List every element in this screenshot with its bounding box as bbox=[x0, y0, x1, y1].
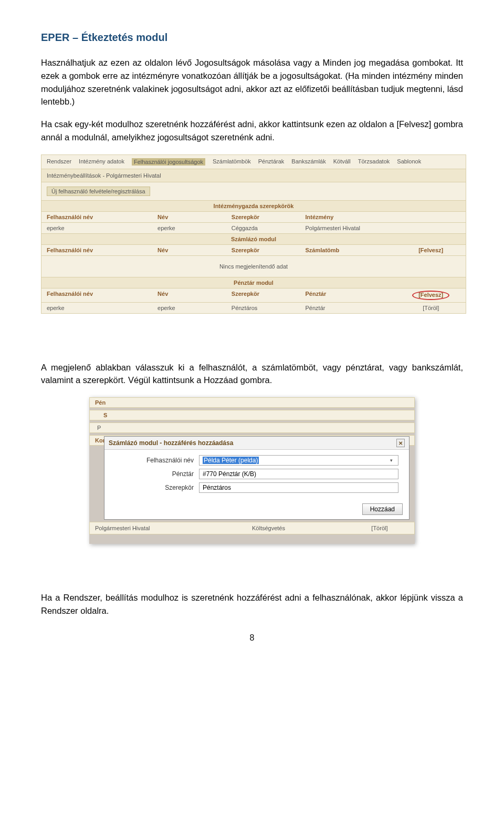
screenshot-permissions: Rendszer Intézmény adatok Felhasználói j… bbox=[41, 154, 466, 314]
page-header: EPER – Étkeztetés modul bbox=[41, 32, 463, 44]
col-user: Felhasználói név bbox=[47, 214, 158, 220]
table-row: eperke eperke Céggazda Polgármesteri Hiv… bbox=[41, 223, 466, 234]
felvesz-link[interactable]: [Felvesz] bbox=[401, 247, 460, 253]
section-penztar-title: Pénztár modul bbox=[41, 277, 466, 288]
col-inst: Intézmény bbox=[306, 214, 402, 220]
table-row: eperke eperke Pénztáros Pénztár [Töröl] bbox=[41, 303, 466, 314]
col-user: Felhasználói név bbox=[47, 247, 158, 253]
cell-user: eperke bbox=[47, 225, 158, 231]
no-data-label: Nincs megjelenítendő adat bbox=[41, 256, 466, 277]
cell-name: eperke bbox=[158, 305, 232, 311]
col-user: Felhasználói név bbox=[47, 291, 158, 300]
cell-user: eperke bbox=[47, 305, 158, 311]
label-penztar: Pénztár bbox=[115, 470, 199, 478]
section-szamlazo-header: Felhasználói név Név Szerepkör Számlatöm… bbox=[41, 245, 466, 256]
chevron-down-icon[interactable]: ▾ bbox=[387, 458, 395, 463]
tab-kotvall[interactable]: Kötváll bbox=[333, 158, 351, 166]
col-name: Név bbox=[158, 214, 232, 220]
role-select[interactable]: Pénztáros bbox=[199, 482, 398, 493]
page-number: 8 bbox=[41, 633, 463, 643]
torol-link[interactable]: [Töröl] bbox=[401, 305, 460, 311]
label-role: Szerepkör bbox=[115, 484, 199, 491]
section-szamlazo-title: Számlázó modul bbox=[41, 234, 466, 245]
dialog-title: Számlázó modul - hozzáférés hozzáadása bbox=[109, 439, 233, 447]
cell-role: Céggazda bbox=[232, 225, 306, 231]
col-role: Szerepkör bbox=[232, 214, 306, 220]
tab-rendszer[interactable]: Rendszer bbox=[47, 158, 71, 166]
user-select[interactable]: Példa Péter (pelda) ▾ bbox=[199, 455, 398, 466]
bg-row: Pén bbox=[89, 397, 415, 408]
paragraph-3: A megjelenő ablakban válasszuk ki a felh… bbox=[41, 361, 463, 387]
paragraph-4: Ha a Rendszer, beállítás modulhoz is sze… bbox=[41, 591, 463, 617]
breadcrumb: Intézménybeállítások - Polgármesteri Hiv… bbox=[41, 169, 466, 182]
cell-inst: Polgármesteri Hivatal bbox=[95, 525, 252, 531]
add-button[interactable]: Hozzáad bbox=[362, 503, 403, 515]
tab-penztarak[interactable]: Pénztárak bbox=[258, 158, 285, 166]
add-access-dialog: Számlázó modul - hozzáférés hozzáadása ✕… bbox=[104, 436, 410, 520]
tabs-bar: Rendszer Intézmény adatok Felhasználói j… bbox=[41, 154, 466, 169]
user-selected: Példa Péter (pelda) bbox=[203, 457, 259, 464]
col-role: Szerepkör bbox=[232, 291, 306, 300]
penztar-select[interactable]: #770 Pénztár (K/B) bbox=[199, 469, 398, 479]
col-tomb: Számlatömb bbox=[306, 247, 402, 253]
label-user: Felhasználói név bbox=[115, 457, 199, 464]
new-user-button[interactable]: Új felhasználó felvétele/regisztrálása bbox=[47, 187, 150, 196]
col-name: Név bbox=[158, 291, 232, 300]
cell-penztar: Pénztár bbox=[306, 305, 402, 311]
tab-torzsadatok[interactable]: Törzsadatok bbox=[358, 158, 390, 166]
bg-row: S bbox=[89, 410, 415, 420]
felvesz-link-circled[interactable]: [Felvesz] bbox=[412, 291, 449, 300]
close-icon[interactable]: ✕ bbox=[396, 439, 405, 447]
tab-szamlatombok[interactable]: Számlatömbök bbox=[213, 158, 251, 166]
penztar-selected: #770 Pénztár (K/B) bbox=[203, 470, 256, 478]
torol-link[interactable]: [Töröl] bbox=[350, 525, 409, 531]
tab-intezmeny[interactable]: Intézmény adatok bbox=[79, 158, 124, 166]
tab-jogosultsagok[interactable]: Felhasználói jogosultságok bbox=[132, 158, 205, 166]
section-penztar-header: Felhasználói név Név Szerepkör Pénztár [… bbox=[41, 288, 466, 303]
cell-name: eperke bbox=[158, 225, 232, 231]
paragraph-2: Ha csak egy-két modulhoz szeretnénk hozz… bbox=[41, 118, 463, 144]
bg-bottom-row: Polgármesteri Hivatal Költségvetés [Törö… bbox=[89, 522, 415, 534]
section-gazda-header: Felhasználói név Név Szerepkör Intézmény bbox=[41, 212, 466, 223]
cell-role: Pénztáros bbox=[232, 305, 306, 311]
bg-row: P bbox=[89, 422, 415, 433]
col-role: Szerepkör bbox=[232, 247, 306, 253]
paragraph-1: Használhatjuk az ezen az oldalon lévő Jo… bbox=[41, 56, 463, 108]
section-gazda-title: Intézménygazda szerepkörök bbox=[41, 201, 466, 212]
screenshot-dialog: Pén S P Kor Számlázó modul - hozzáférés … bbox=[89, 397, 415, 544]
role-selected: Pénztáros bbox=[203, 484, 231, 491]
col-penztar: Pénztár bbox=[306, 291, 402, 300]
cell-budget: Költségvetés bbox=[252, 525, 350, 531]
tab-sablonok[interactable]: Sablonok bbox=[397, 158, 421, 166]
cell-inst: Polgármesteri Hivatal bbox=[306, 225, 402, 231]
tab-bankszamlak[interactable]: Bankszámlák bbox=[291, 158, 326, 166]
col-name: Név bbox=[158, 247, 232, 253]
